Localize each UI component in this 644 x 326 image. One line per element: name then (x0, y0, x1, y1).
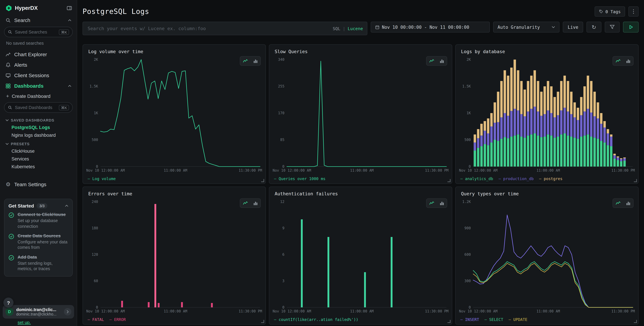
line-chart-icon[interactable] (240, 199, 251, 207)
check-circle-icon (8, 212, 14, 218)
create-dashboard-button[interactable]: + Create Dashboard (0, 91, 77, 101)
bell-icon (6, 62, 11, 68)
brand-row: HyperDX (0, 0, 77, 15)
legend-item[interactable]: — Log volume (88, 176, 116, 181)
get-started-item-connect[interactable]: Connect to ClickHouse Set up your databa… (8, 212, 68, 229)
saved-dashboards-input[interactable] (14, 105, 57, 110)
sidebar-item-label: Chart Explorer (14, 52, 71, 57)
sidebar-item-alerts[interactable]: Alerts (0, 60, 77, 70)
sidebar-item-dashboards[interactable]: Dashboards (0, 81, 77, 91)
tag-icon (599, 10, 603, 14)
tags-button-label: 0 Tags (606, 9, 621, 14)
chevron-right-icon[interactable] (64, 308, 71, 315)
more-menu-button[interactable]: ⋮ (628, 7, 638, 17)
svg-text:180: 180 (92, 226, 98, 230)
legend-item[interactable]: — INSERT (460, 317, 479, 322)
query-toolbar: SQL | Lucene Nov 10 00:00:00 - Nov 11 00… (82, 22, 638, 35)
legend-item[interactable]: — Queries over 1000 ms (274, 176, 326, 181)
resize-handle[interactable] (634, 179, 637, 182)
resize-handle[interactable] (634, 320, 637, 323)
line-chart-icon[interactable] (613, 199, 623, 207)
presets-section-header[interactable]: PRESETS (0, 139, 77, 147)
svg-text:Nov 10 12:00:00 AM: Nov 10 12:00:00 AM (86, 309, 125, 313)
legend-item[interactable]: — production_db (498, 176, 534, 181)
svg-text:1.5K: 1.5K (90, 84, 98, 88)
legend-item[interactable]: — postgres (539, 176, 563, 181)
svg-text:1K: 1K (94, 111, 98, 115)
sql-toggle[interactable]: SQL (333, 26, 340, 31)
time-range-picker[interactable]: Nov 10 00:00:00 - Nov 11 00:00:00 (371, 22, 490, 33)
panel-query-types-over-time: Query types over time 03006009001.2KNov … (455, 187, 638, 325)
sidebar-item-label: Team Settings (14, 181, 71, 187)
live-button[interactable]: Live (563, 22, 583, 33)
filter-button[interactable] (605, 22, 620, 33)
panel-errors-over-time: Errors over time 060120180240Nov 10 12:0… (82, 187, 266, 325)
sidebar-item-postgresql-logs[interactable]: PostgreSQL Logs (0, 124, 77, 131)
svg-text:Nov 10 12:00:00 AM: Nov 10 12:00:00 AM (459, 168, 498, 172)
resize-handle[interactable] (261, 179, 264, 182)
svg-text:2K: 2K (466, 58, 471, 62)
page-title: PostgreSQL Logs (82, 8, 149, 16)
bar-chart-icon[interactable] (251, 57, 260, 65)
language-toggle: SQL | Lucene (333, 26, 363, 31)
svg-text:170: 170 (278, 111, 284, 115)
resize-handle[interactable] (448, 179, 450, 182)
collapse-sidebar-icon[interactable] (67, 6, 72, 11)
chevron-down-icon (552, 26, 555, 28)
help-button[interactable]: ? (4, 297, 14, 308)
bar-chart-icon[interactable] (623, 57, 633, 65)
resize-handle[interactable] (448, 320, 450, 323)
sidebar-item-kubernetes[interactable]: Kubernetes (0, 163, 77, 171)
run-query-button[interactable] (623, 22, 638, 33)
bar-chart-icon[interactable] (437, 199, 447, 207)
sidebar-item-client-sessions[interactable]: Client Sessions (0, 70, 77, 81)
filter-icon (610, 24, 615, 30)
sidebar-item-clickhouse[interactable]: ClickHouse (0, 147, 77, 155)
line-chart-icon[interactable] (613, 57, 623, 65)
svg-text:Nov 10 12:00:00 AM: Nov 10 12:00:00 AM (272, 309, 311, 313)
line-chart-icon[interactable] (426, 57, 437, 65)
legend-item[interactable]: — analytics_db (460, 176, 493, 181)
section-header-label: SAVED DASHBOARDS (11, 118, 54, 122)
section-header-label: PRESETS (11, 142, 30, 146)
bar-chart-icon[interactable] (437, 57, 447, 65)
saved-dashboards-section-header[interactable]: SAVED DASHBOARDS (0, 115, 77, 124)
bar-chart-icon[interactable] (251, 199, 260, 207)
sidebar-item-nginx-logs-dashboard[interactable]: Nginx logs dashboard (0, 131, 77, 139)
legend-item[interactable]: — FATAL (88, 317, 104, 322)
user-name: dominic.tran@clic... (16, 307, 61, 312)
refresh-button[interactable]: ↻ (586, 22, 602, 33)
svg-text:11:30:00 PM: 11:30:00 PM (425, 309, 448, 313)
legend-item[interactable]: — countIf(like(arr..ation failed%')) (274, 317, 358, 322)
bar-chart-icon[interactable] (623, 199, 633, 207)
get-started-item-title: Connect to ClickHouse (18, 212, 68, 217)
sidebar-item-chart-explorer[interactable]: Chart Explorer (0, 49, 77, 60)
saved-searches-input[interactable] (14, 29, 57, 35)
sidebar-item-services[interactable]: Services (0, 155, 77, 163)
line-chart-icon[interactable] (240, 57, 251, 65)
sidebar-item-team-settings[interactable]: ⚙ Team Settings (0, 179, 77, 190)
svg-text:11:00:00 AM: 11:00:00 AM (164, 309, 187, 313)
get-started-item-add-data[interactable]: Add Data Start sending logs, metrics, or… (8, 254, 68, 272)
chart-legend: — Log volume (88, 176, 262, 181)
user-menu[interactable]: D dominic.tran@clic... dominic.tran@clic… (3, 305, 74, 318)
chart-title: Slow Queries (275, 49, 308, 54)
sidebar-item-search[interactable]: Search (0, 15, 77, 25)
get-started-title: Get Started (8, 203, 34, 208)
get-started-item-sources[interactable]: Create Data Sources Configure where your… (8, 233, 68, 250)
chart-legend: — Queries over 1000 ms (274, 176, 448, 181)
get-started-item-desc: Start sending logs, metrics, or traces (18, 261, 68, 272)
set-up-link[interactable]: set up. (18, 320, 31, 325)
event-search-input[interactable] (87, 25, 329, 32)
resize-handle[interactable] (261, 320, 264, 323)
line-chart-icon[interactable] (426, 199, 437, 207)
granularity-select[interactable]: Auto Granularity (493, 22, 560, 33)
get-started-header[interactable]: Get Started 3/3 (8, 203, 68, 208)
svg-text:12: 12 (280, 200, 284, 204)
legend-item[interactable]: — UPDATE (509, 317, 528, 322)
lucene-toggle[interactable]: Lucene (348, 26, 363, 31)
legend-item[interactable]: — ERROR (110, 317, 126, 322)
legend-item[interactable]: — SELECT (484, 317, 503, 322)
tags-button[interactable]: 0 Tags (594, 7, 625, 17)
chart-type-toggle (612, 198, 634, 208)
